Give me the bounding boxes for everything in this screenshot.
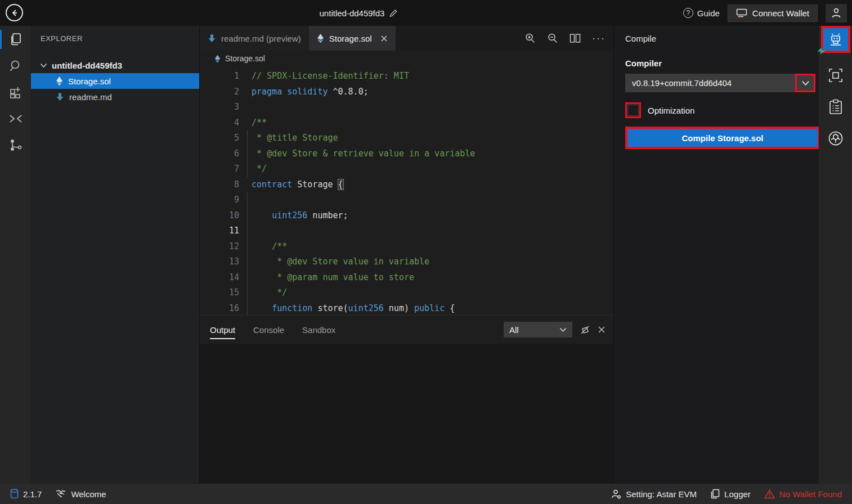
code-line[interactable]: 14 * @param num value to store (200, 270, 613, 286)
code-line[interactable]: 13 * @dev Store value in variable (200, 254, 613, 270)
welcome-button[interactable]: Welcome (55, 489, 106, 499)
code-line[interactable]: 6 * @dev Store & retrieve value in a var… (200, 146, 613, 162)
chevron-down-icon[interactable] (801, 80, 810, 86)
line-number: 2 (200, 84, 239, 100)
send-badge-icon (817, 46, 827, 55)
wallet-warning[interactable]: No Wallet Found (764, 489, 842, 499)
markdown-icon (208, 34, 216, 43)
line-number: 11 (200, 223, 239, 239)
tab-console[interactable]: Console (253, 316, 284, 344)
code-lines: 1// SPDX-License-Identifier: MIT2pragma … (200, 69, 613, 315)
code-line[interactable]: 10 uint256 number; (200, 208, 613, 224)
right-activity-bar (819, 26, 852, 484)
version-text: 2.1.7 (23, 489, 42, 499)
status-bar: 2.1.7 Welcome Setting: Astar EVM (0, 484, 852, 504)
annotation-box-compile-button: Compile Storage.sol (625, 127, 820, 149)
code-line[interactable]: 15 */ (200, 285, 613, 301)
title-bar: untitled-dd459fd3 ? Guide Connect Wallet (0, 0, 852, 26)
compile-button[interactable]: Compile Storage.sol (627, 129, 818, 147)
code-line[interactable]: 1// SPDX-License-Identifier: MIT (200, 69, 613, 84)
network-setting-text: Setting: Astar EVM (626, 489, 697, 499)
line-number: 10 (200, 208, 239, 224)
code-line[interactable]: 12 /** (200, 239, 613, 255)
optimization-checkbox[interactable] (627, 105, 639, 116)
root-folder-label: untitled-dd459fd3 (52, 61, 122, 70)
connect-wallet-button[interactable]: Connect Wallet (728, 4, 818, 22)
line-number: 7 (200, 161, 239, 177)
tree-item-storage-sol[interactable]: Storage.sol (31, 73, 199, 89)
project-title-text: untitled-dd459fd3 (320, 8, 385, 18)
zoom-in-icon (524, 33, 536, 44)
arrow-left-icon (10, 8, 19, 17)
explorer-activity-button[interactable] (7, 31, 24, 48)
annotation-box-compile-icon (821, 26, 850, 53)
guide-button[interactable]: ? Guide (683, 8, 720, 18)
code-line[interactable]: 8contract Storage { (200, 177, 613, 193)
account-button[interactable] (826, 4, 847, 22)
code-line[interactable]: 2pragma solidity ^0.8.0; (200, 84, 613, 100)
line-number: 9 (200, 192, 239, 208)
tab-storage-sol[interactable]: Storage.sol (309, 26, 396, 51)
collapse-code-icon (8, 113, 23, 124)
zoom-in-button[interactable] (524, 33, 536, 44)
tab-readme-md[interactable]: readme.md (preview) (200, 26, 309, 51)
version-indicator[interactable]: 2.1.7 (10, 489, 42, 499)
chevron-down-icon (559, 327, 567, 332)
code-line[interactable]: 7 */ (200, 161, 613, 177)
wallet-warning-text: No Wallet Found (779, 489, 842, 499)
compile-activity-button[interactable] (823, 28, 848, 51)
format-activity-button[interactable] (7, 110, 24, 127)
annotation-box-checkbox (625, 102, 641, 118)
edit-pencil-icon[interactable] (389, 9, 397, 17)
compiler-version-select[interactable]: v0.8.19+commit.7dd6d404 (625, 74, 815, 92)
line-number: 4 (200, 115, 239, 131)
line-number: 15 (200, 285, 239, 301)
line-number: 5 (200, 130, 239, 146)
connect-wallet-label: Connect Wallet (752, 8, 809, 18)
line-number: 3 (200, 100, 239, 115)
breadcrumb[interactable]: Storage.sol (200, 51, 613, 66)
project-title: untitled-dd459fd3 (320, 0, 398, 26)
logger-button[interactable]: Logger (710, 489, 751, 499)
chevron-down-icon (40, 63, 47, 68)
tab-output[interactable]: Output (210, 316, 235, 344)
tab-label: readme.md (preview) (221, 34, 301, 43)
output-filter-value: All (509, 325, 519, 335)
bottom-panel: Output Console Sandbox All (200, 315, 613, 484)
guide-label: Guide (697, 8, 720, 18)
clear-output-button[interactable] (580, 325, 590, 335)
port-activity-button[interactable] (7, 137, 24, 154)
code-editor[interactable]: 1// SPDX-License-Identifier: MIT2pragma … (200, 66, 613, 315)
split-editor-button[interactable] (570, 33, 581, 43)
plugins-activity-button[interactable] (7, 84, 24, 101)
compiler-version-value: v0.8.19+commit.7dd6d404 (632, 78, 732, 88)
zoom-out-button[interactable] (547, 33, 558, 44)
code-line[interactable]: 4/** (200, 115, 613, 131)
compiler-label: Compiler (625, 58, 808, 68)
breadcrumb-file: Storage.sol (225, 54, 265, 63)
ai-assistant-button[interactable] (827, 129, 845, 147)
code-line[interactable]: 5 * @title Storage (200, 130, 613, 146)
deploy-activity-button[interactable] (827, 66, 845, 84)
network-setting[interactable]: Setting: Astar EVM (611, 489, 697, 499)
code-line[interactable]: 16 function store(uint256 num) public { (200, 301, 613, 316)
code-line[interactable]: 9 (200, 192, 613, 208)
logger-text: Logger (724, 489, 751, 499)
tab-sandbox[interactable]: Sandbox (302, 316, 335, 344)
output-filter-select[interactable]: All (504, 322, 572, 338)
editor-tab-bar: readme.md (preview) Storage.sol (200, 26, 613, 51)
close-panel-button[interactable] (598, 326, 606, 334)
more-actions-button[interactable]: ··· (592, 33, 606, 44)
line-number: 14 (200, 270, 239, 286)
search-activity-button[interactable] (7, 57, 24, 74)
code-line[interactable]: 3 (200, 100, 613, 115)
back-button[interactable] (6, 4, 23, 21)
tab-close-button[interactable] (380, 35, 388, 42)
line-number: 1 (200, 69, 239, 84)
scan-activity-button[interactable] (827, 98, 845, 116)
tree-item-readme-md[interactable]: readme.md (31, 89, 199, 105)
code-line[interactable]: 11 (200, 223, 613, 239)
tab-label: Storage.sol (329, 34, 372, 43)
person-icon (831, 7, 841, 19)
tree-root-folder[interactable]: untitled-dd459fd3 (31, 57, 199, 73)
